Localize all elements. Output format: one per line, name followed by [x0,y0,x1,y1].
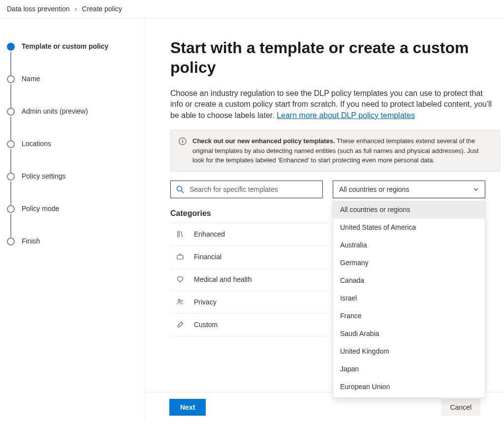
step-indicator-icon [7,205,15,213]
step-label: Policy settings [22,172,65,180]
controls-row: All countries or regions All countries o… [170,181,485,198]
cancel-button[interactable]: Cancel [441,399,480,416]
svg-point-7 [181,300,183,302]
breadcrumb: Data loss prevention › Create policy [0,0,504,18]
category-label: Medical and health [194,275,252,283]
info-banner-text: Check out our new enhanced policy templa… [192,136,492,165]
category-label: Privacy [194,298,217,306]
region-option[interactable]: Japan [333,360,485,378]
breadcrumb-current: Create policy [82,5,122,13]
search-input[interactable] [189,185,317,193]
category-item[interactable]: Medical and health [170,269,328,291]
category-item[interactable]: Financial [170,246,328,269]
svg-rect-5 [177,255,183,259]
region-option[interactable]: United States of America [333,218,485,236]
region-option[interactable]: France [333,307,485,325]
breadcrumb-separator: › [75,5,77,13]
briefcase-icon [176,253,184,261]
step-label: Finish [22,237,40,245]
search-icon [176,185,185,194]
region-dropdown-toggle[interactable]: All countries or regions [333,181,485,198]
breadcrumb-parent[interactable]: Data loss prevention [7,5,70,13]
region-option[interactable]: European Union [333,378,485,395]
svg-rect-2 [182,141,183,144]
search-box[interactable] [170,181,323,198]
category-label: Enhanced [194,230,225,238]
books-icon [176,230,184,238]
step-label: Locations [22,139,51,148]
step-indicator-icon [7,43,15,51]
region-option[interactable]: Saudi Arabia [333,325,485,342]
region-option[interactable]: All countries or regions [333,201,485,218]
step-label: Template or custom policy [22,42,108,50]
category-label: Custom [194,321,218,329]
heart-icon [176,275,184,283]
step-connector [10,182,11,205]
wizard-step[interactable]: Policy mode [7,204,137,237]
wizard-step[interactable]: Policy settings [7,172,137,204]
svg-point-6 [178,300,181,302]
region-option[interactable]: Australia [333,236,485,254]
wizard-step[interactable]: Locations [7,139,137,172]
chevron-down-icon [473,186,479,192]
step-label: Policy mode [22,204,59,212]
region-dropdown-selected: All countries or regions [339,185,409,193]
step-connector [10,214,11,238]
category-item[interactable]: Privacy [170,291,328,314]
svg-point-1 [182,139,183,140]
region-option[interactable]: United Kingdom [333,342,485,360]
category-item[interactable]: Enhanced [170,223,328,246]
step-connector [10,52,11,75]
edit-icon [176,321,184,329]
wizard-steps-list: Template or custom policyNameAdmin units… [7,42,137,245]
svg-line-4 [182,190,184,193]
step-indicator-icon [7,238,15,245]
info-banner: Check out our new enhanced policy templa… [170,130,500,172]
info-icon [179,137,187,145]
people-icon [176,298,184,306]
main-content: Start with a template or create a custom… [146,18,504,422]
wizard-steps-sidebar: Template or custom policyNameAdmin units… [0,18,146,422]
wizard-step[interactable]: Name [7,74,137,107]
step-label: Admin units (preview) [22,107,88,115]
step-indicator-icon [7,140,15,148]
step-connector [10,149,11,173]
step-indicator-icon [7,108,15,116]
step-indicator-icon [7,75,15,83]
wizard-step[interactable]: Admin units (preview) [7,107,137,139]
region-dropdown-menu: All countries or regionsUnited States of… [333,198,485,398]
info-banner-bold: Check out our new enhanced policy templa… [192,137,335,145]
region-option[interactable]: Israel [333,289,485,307]
step-connector [10,84,11,108]
step-label: Name [22,74,40,83]
intro-text: Choose an industry regulation to see the… [170,88,495,121]
category-item[interactable]: Custom [170,314,328,336]
step-indicator-icon [7,173,15,181]
region-option[interactable]: Canada [333,272,485,289]
step-connector [10,117,11,140]
wizard-step[interactable]: Finish [7,237,137,245]
region-dropdown: All countries or regions All countries o… [333,181,485,198]
page-title: Start with a template or create a custom… [170,38,500,77]
category-label: Financial [194,253,221,261]
region-option[interactable]: Germany [333,254,485,272]
wizard-step[interactable]: Template or custom policy [7,42,137,74]
next-button[interactable]: Next [169,399,206,416]
categories-list: EnhancedFinancialMedical and healthPriva… [170,223,328,336]
learn-more-link[interactable]: Learn more about DLP policy templates [277,111,415,120]
